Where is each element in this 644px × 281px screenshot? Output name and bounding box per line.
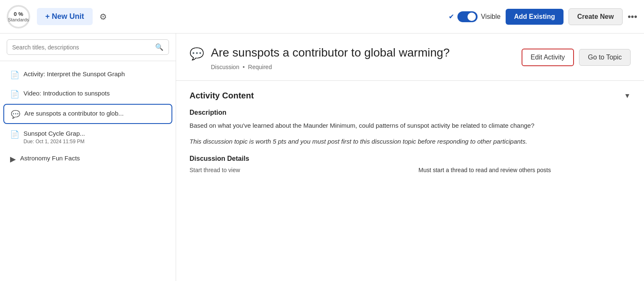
activity-title: Are sunspots a contributor to global war… [211, 45, 450, 60]
standards-circle: 0 % Standards [7, 5, 30, 28]
right-panel: 💬 Are sunspots a contributor to global w… [176, 34, 644, 281]
item-subtext: Due: Oct 1, 2024 11:59 PM [23, 139, 85, 144]
discussion-details-label: Discussion Details [190, 155, 631, 162]
activity-header: 💬 Are sunspots a contributor to global w… [176, 34, 644, 81]
content-section-header: Activity Content ▼ [190, 91, 631, 101]
new-unit-button[interactable]: + New Unit [37, 8, 93, 25]
meta-dot: • [243, 64, 245, 70]
sidebar-item-video-intro[interactable]: 📄 Video: Introduction to sunspots [3, 85, 172, 103]
sidebar-item-are-sunspots[interactable]: 💬 Are sunspots a contributor to glob... [3, 104, 172, 124]
top-bar: 0 % Standards + New Unit ⚙ ✔ Visible Add… [0, 0, 644, 34]
gear-button[interactable]: ⚙ [99, 12, 107, 22]
go-to-topic-button[interactable]: Go to Topic [579, 49, 631, 66]
item-text: Sunspot Cycle Grap... [23, 129, 85, 138]
activity-header-left: 💬 Are sunspots a contributor to global w… [190, 45, 450, 70]
sidebar-item-sunspot-cycle[interactable]: 📄 Sunspot Cycle Grap... Due: Oct 1, 2024… [3, 125, 172, 149]
detail-col-start: Start thread to view [190, 167, 402, 175]
search-input[interactable] [12, 44, 155, 51]
activity-meta: Discussion • Required [211, 64, 450, 70]
edit-activity-button[interactable]: Edit Activity [522, 49, 574, 66]
search-bar: 🔍 [0, 34, 176, 61]
discussion-icon: 💬 [190, 47, 204, 61]
standards-label: Standards [8, 17, 29, 22]
details-row: Start thread to view Must start a thread… [190, 167, 631, 175]
item-text: Activity: Interpret the Sunspot Graph [23, 70, 125, 78]
toggle-area: ✔ Visible [449, 11, 501, 22]
add-existing-button[interactable]: Add Existing [506, 9, 564, 25]
sidebar-item-interpret-sunspot[interactable]: 📄 Activity: Interpret the Sunspot Graph [3, 65, 172, 84]
search-input-wrap: 🔍 [7, 39, 169, 55]
discussion-icon: 💬 [11, 110, 20, 119]
video-icon: ▶ [10, 155, 16, 164]
activity-content: Activity Content ▼ Description Based on … [176, 81, 644, 185]
visible-toggle[interactable] [457, 11, 478, 22]
collapse-icon[interactable]: ▼ [624, 92, 631, 100]
standards-percent: 0 % [14, 11, 23, 17]
detail-val: Must start a thread to read and review o… [418, 167, 631, 173]
top-bar-left: 0 % Standards + New Unit ⚙ [7, 5, 107, 28]
sidebar-item-astronomy-fun[interactable]: ▶ Astronomy Fun Facts [3, 150, 172, 168]
activity-header-right: Edit Activity Go to Topic [522, 49, 631, 66]
activity-type: Discussion [211, 64, 239, 70]
detail-key: Start thread to view [190, 167, 402, 173]
detail-col-must: Must start a thread to read and review o… [418, 167, 631, 175]
activity-required: Required [248, 64, 272, 70]
content-section-title: Activity Content [190, 91, 254, 101]
main-content: 🔍 📄 Activity: Interpret the Sunspot Grap… [0, 34, 644, 281]
description-italic: This discussion topic is worth 5 pts and… [190, 137, 631, 147]
document-icon: 📄 [10, 70, 19, 80]
item-text: Video: Introduction to sunspots [23, 89, 110, 98]
sidebar-list: 📄 Activity: Interpret the Sunspot Graph … [0, 61, 176, 281]
item-text: Are sunspots a contributor to glob... [24, 109, 124, 118]
sidebar: 🔍 📄 Activity: Interpret the Sunspot Grap… [0, 34, 176, 281]
create-new-button[interactable]: Create New [569, 8, 623, 25]
description-text: Based on what you've learned about the M… [190, 121, 631, 131]
document-icon: 📄 [10, 130, 19, 139]
visible-label: Visible [481, 13, 501, 21]
more-options-button[interactable]: ••• [628, 11, 637, 22]
check-icon: ✔ [449, 13, 454, 21]
document-icon: 📄 [10, 90, 19, 99]
top-bar-right: ✔ Visible Add Existing Create New ••• [449, 8, 637, 25]
search-icon: 🔍 [155, 43, 164, 51]
item-text: Astronomy Fun Facts [20, 154, 80, 162]
new-unit-label: + New Unit [45, 12, 84, 21]
description-label: Description [190, 109, 631, 116]
